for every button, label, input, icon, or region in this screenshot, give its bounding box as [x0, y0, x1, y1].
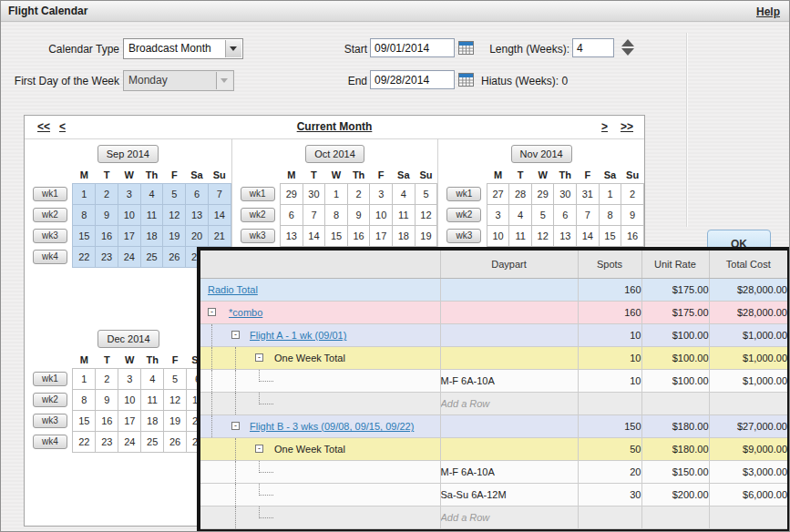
month-button[interactable]: Sep 2014 [97, 145, 159, 163]
day-cell[interactable]: 17 [118, 411, 141, 432]
current-month-link[interactable]: Current Month [25, 120, 644, 133]
unit-rate-cell[interactable]: $200.00 [641, 484, 709, 506]
day-cell[interactable]: 15 [73, 226, 96, 247]
month-button[interactable]: Dec 2014 [97, 330, 159, 348]
spots-cell[interactable]: 10 [578, 370, 641, 393]
week-button[interactable]: wk3 [446, 229, 481, 243]
add-a-row-cell[interactable]: Add a Row [440, 506, 578, 529]
total-cost-cell[interactable]: $1,000.00 [709, 370, 787, 393]
day-cell[interactable]: 11 [393, 205, 416, 226]
day-cell[interactable]: 23 [96, 247, 118, 268]
week-button[interactable]: wk1 [33, 372, 67, 386]
day-cell[interactable]: 16 [347, 226, 370, 247]
week-button[interactable]: wk3 [33, 414, 67, 428]
day-cell[interactable]: 24 [118, 432, 141, 453]
day-cell[interactable]: 12 [163, 205, 186, 226]
unit-rate-cell[interactable]: $150.00 [641, 461, 709, 484]
day-cell[interactable]: 26 [163, 247, 186, 268]
calendar-type-select[interactable]: Broadcast Month [123, 38, 243, 59]
day-cell[interactable]: 3 [487, 205, 509, 226]
day-cell[interactable]: 7 [577, 205, 600, 226]
day-cell[interactable]: 9 [96, 205, 118, 226]
day-cell[interactable]: 19 [415, 226, 437, 247]
day-cell[interactable]: 26 [164, 432, 187, 453]
day-cell[interactable]: 15 [73, 411, 96, 432]
spots-cell[interactable]: 20 [578, 461, 641, 484]
day-cell[interactable]: 3 [118, 369, 141, 390]
daypart-cell[interactable]: Sa-Su 6A-12M [440, 484, 578, 506]
day-cell[interactable]: 7 [208, 184, 231, 205]
total-cost-cell[interactable]: $3,000.00 [709, 461, 787, 484]
add-a-row-cell[interactable]: Add a Row [440, 393, 578, 415]
day-cell[interactable]: 30 [554, 184, 577, 205]
tree-collapse-icon[interactable]: - [255, 445, 263, 453]
day-cell[interactable]: 5 [164, 369, 187, 390]
help-link[interactable]: Help [756, 5, 780, 18]
day-cell[interactable]: 19 [163, 226, 186, 247]
week-button[interactable]: wk4 [33, 435, 67, 449]
day-cell[interactable]: 13 [554, 226, 577, 247]
day-cell[interactable]: 10 [370, 205, 393, 226]
daypart-cell[interactable]: M-F 6A-10A [440, 461, 578, 484]
day-cell[interactable]: 9 [96, 390, 118, 411]
day-cell[interactable]: 5 [163, 184, 186, 205]
day-cell[interactable]: 4 [509, 205, 532, 226]
day-cell[interactable]: 6 [281, 205, 303, 226]
day-cell[interactable]: 18 [393, 226, 416, 247]
tree-collapse-icon[interactable]: - [208, 308, 216, 316]
nav-next-button[interactable]: > [601, 120, 608, 133]
week-button[interactable]: wk2 [241, 208, 275, 222]
day-cell[interactable]: 14 [208, 205, 231, 226]
calendar-icon[interactable] [458, 73, 474, 87]
day-cell[interactable]: 8 [73, 390, 96, 411]
week-button[interactable]: wk2 [446, 208, 481, 222]
day-cell[interactable]: 14 [303, 226, 325, 247]
day-cell[interactable]: 31 [577, 184, 600, 205]
day-cell[interactable]: 2 [96, 184, 118, 205]
day-cell[interactable]: 12 [164, 390, 187, 411]
chevron-down-icon[interactable] [621, 48, 634, 56]
day-cell[interactable]: 10 [118, 205, 140, 226]
day-cell[interactable]: 2 [96, 369, 118, 390]
day-cell[interactable]: 2 [347, 184, 370, 205]
day-cell[interactable]: 27 [487, 184, 509, 205]
day-cell[interactable]: 8 [599, 205, 621, 226]
day-cell[interactable]: 15 [325, 226, 348, 247]
chevron-down-icon[interactable] [225, 40, 241, 57]
day-cell[interactable]: 18 [141, 411, 164, 432]
week-button[interactable]: wk1 [241, 187, 275, 201]
day-cell[interactable]: 22 [73, 432, 96, 453]
length-weeks-input[interactable]: 4 [572, 38, 614, 57]
row-label-link[interactable]: Flight A - 1 wk (09/01) [200, 330, 346, 341]
spots-cell[interactable]: 30 [578, 484, 641, 506]
daypart-cell[interactable]: M-F 6A-10A [440, 370, 578, 393]
nav-last-button[interactable]: >> [621, 120, 633, 133]
day-cell[interactable]: 4 [393, 184, 416, 205]
row-label-link[interactable]: Radio Total [200, 284, 258, 295]
day-cell[interactable]: 20 [186, 226, 209, 247]
day-cell[interactable]: 5 [415, 184, 437, 205]
length-stepper[interactable] [621, 39, 635, 56]
week-button[interactable]: wk3 [33, 229, 67, 243]
day-cell[interactable]: 3 [370, 184, 393, 205]
tree-collapse-icon[interactable]: - [255, 353, 263, 362]
week-button[interactable]: wk4 [33, 250, 67, 264]
tree-collapse-icon[interactable]: - [231, 422, 240, 430]
chevron-up-icon[interactable] [621, 39, 634, 46]
day-cell[interactable]: 17 [370, 226, 393, 247]
day-cell[interactable]: 22 [73, 247, 96, 268]
day-cell[interactable]: 9 [621, 205, 644, 226]
tree-collapse-icon[interactable]: - [231, 331, 240, 339]
month-button[interactable]: Oct 2014 [305, 145, 364, 163]
day-cell[interactable]: 24 [118, 247, 140, 268]
day-cell[interactable]: 30 [303, 184, 325, 205]
day-cell[interactable]: 11 [509, 226, 532, 247]
day-cell[interactable]: 10 [118, 390, 141, 411]
day-cell[interactable]: 17 [118, 226, 140, 247]
day-cell[interactable]: 13 [281, 226, 303, 247]
week-button[interactable]: wk3 [241, 229, 275, 243]
day-cell[interactable]: 5 [531, 205, 554, 226]
day-cell[interactable]: 4 [140, 184, 163, 205]
day-cell[interactable]: 8 [73, 205, 96, 226]
day-cell[interactable]: 16 [621, 226, 644, 247]
